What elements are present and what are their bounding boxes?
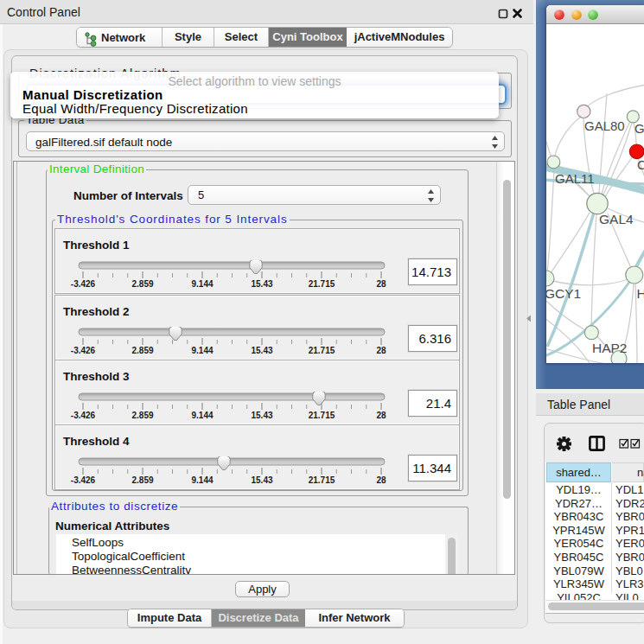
svg-text:GAL11: GAL11 (555, 171, 595, 186)
svg-text:HAP2: HAP2 (592, 341, 628, 355)
svg-text:H: H (637, 286, 644, 301)
svg-text:GAL80: GAL80 (584, 118, 625, 133)
svg-text:C: C (637, 157, 644, 172)
svg-text:GA: GA (634, 121, 644, 136)
svg-text:GAL4: GAL4 (599, 212, 634, 226)
svg-text:GCY1: GCY1 (546, 286, 581, 301)
